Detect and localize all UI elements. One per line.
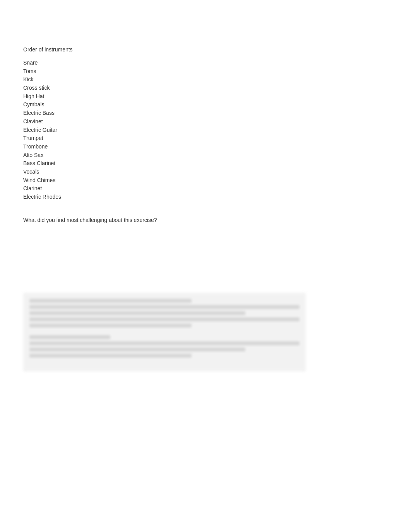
blurred-line — [29, 299, 192, 303]
list-item: Bass Clarinet — [23, 159, 388, 168]
list-item: Vocals — [23, 168, 388, 176]
blurred-line — [29, 354, 192, 358]
blurred-block-1 — [29, 299, 300, 327]
list-item: Snare — [23, 59, 388, 67]
blurred-section — [23, 293, 306, 372]
list-item: Electric Rhodes — [23, 193, 388, 201]
list-item: Clarinet — [23, 184, 388, 193]
list-item: Electric Bass — [23, 109, 388, 118]
list-item: High Hat — [23, 92, 388, 101]
question-text: What did you find most challenging about… — [23, 217, 388, 223]
list-item: Cross stick — [23, 84, 388, 92]
list-item: Wind Chimes — [23, 176, 388, 185]
instrument-list: SnareTomsKickCross stickHigh HatCymbalsE… — [23, 59, 388, 201]
question-section: What did you find most challenging about… — [23, 217, 388, 223]
blurred-line — [29, 348, 245, 351]
blurred-line — [29, 324, 192, 327]
blurred-line — [29, 317, 300, 321]
list-item: Cymbals — [23, 101, 388, 109]
list-item: Trombone — [23, 143, 388, 151]
blurred-line — [29, 341, 300, 345]
blurred-line — [29, 335, 110, 339]
list-item: Trumpet — [23, 134, 388, 143]
blurred-block-2 — [29, 335, 300, 358]
list-item: Electric Guitar — [23, 126, 388, 135]
page-container: Order of instruments SnareTomsKickCross … — [0, 0, 411, 395]
blurred-line — [29, 305, 300, 309]
blurred-line — [29, 311, 245, 315]
list-item: Kick — [23, 75, 388, 84]
list-item: Alto Sax — [23, 151, 388, 160]
section-title: Order of instruments — [23, 46, 388, 53]
list-item: Clavinet — [23, 118, 388, 126]
list-item: Toms — [23, 67, 388, 76]
